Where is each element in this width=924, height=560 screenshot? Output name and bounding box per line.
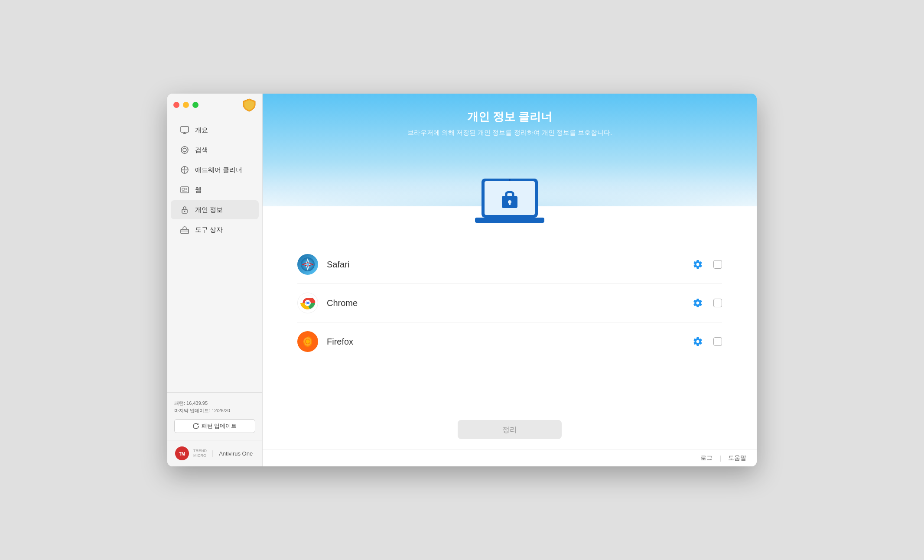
svg-point-32 [509, 179, 511, 181]
svg-rect-16 [182, 188, 185, 190]
privacy-icon [179, 205, 190, 215]
sidebar-item-adware[interactable]: 애드웨어 클리너 [171, 160, 259, 179]
svg-point-21 [184, 211, 185, 212]
safari-label: Safari [327, 260, 682, 270]
divider: | [719, 455, 721, 462]
titlebar [167, 94, 262, 116]
trend-micro-logo: TM [174, 446, 190, 461]
sidebar-item-overview[interactable]: 개요 [171, 120, 259, 140]
log-link[interactable]: 로그 [700, 454, 713, 462]
maximize-button[interactable] [192, 102, 198, 108]
sidebar-item-label: 도구 상자 [195, 226, 223, 234]
browser-list: Safari [263, 206, 757, 411]
firefox-icon [297, 331, 318, 352]
update-date: 마지막 업데이트: 12/28/20 [174, 407, 255, 415]
svg-point-10 [184, 169, 185, 171]
svg-rect-22 [181, 229, 189, 234]
header-area: 개인 정보 클리너 브라우저에 의해 저장된 개인 정보를 정리하여 개인 정보… [263, 94, 757, 206]
sidebar-item-privacy[interactable]: 개인 정보 [171, 200, 259, 219]
svg-point-43 [306, 302, 309, 304]
web-icon [179, 185, 190, 195]
app-logo [242, 98, 256, 112]
browser-row-firefox: Firefox [297, 322, 722, 361]
firefox-checkbox[interactable] [713, 337, 722, 346]
close-button[interactable] [173, 102, 179, 108]
sidebar-item-label: 개인 정보 [195, 206, 223, 214]
sidebar-item-toolbox[interactable]: 도구 상자 [171, 220, 259, 239]
sidebar-item-label: 웹 [195, 186, 202, 194]
refresh-icon [193, 423, 199, 429]
help-link[interactable]: 도움말 [728, 454, 746, 462]
sidebar-item-web[interactable]: 웹 [171, 180, 259, 199]
main-window: 개요 검색 [167, 94, 757, 466]
safari-checkbox[interactable] [713, 260, 722, 269]
brand-name: Antivirus One [219, 450, 253, 457]
firefox-label: Firefox [327, 337, 682, 347]
page-title: 개인 정보 클리너 [467, 109, 552, 124]
browser-row-safari: Safari [297, 245, 722, 284]
browser-row-chrome: Chrome [297, 284, 722, 322]
safari-settings-button[interactable] [691, 257, 705, 271]
overview-icon [179, 125, 190, 135]
chrome-checkbox[interactable] [713, 299, 722, 307]
svg-rect-0 [181, 127, 189, 132]
laptop-lock-icon [475, 179, 544, 231]
brand-footer: TM TREND MICRO | Antivirus One [167, 440, 262, 466]
toolbox-icon [179, 225, 190, 235]
nav-items: 개요 검색 [167, 116, 262, 392]
sidebar-item-scan[interactable]: 검색 [171, 140, 259, 160]
page-subtitle: 브라우저에 의해 저장된 개인 정보를 정리하여 개인 정보를 보호합니다. [407, 129, 612, 137]
sidebar-item-label: 애드웨어 클리너 [195, 166, 242, 174]
sidebar-footer: 패턴: 16,439.95 마지막 업데이트: 12/28/20 패턴 업데이트 [167, 392, 262, 440]
svg-point-3 [181, 147, 188, 153]
sidebar-item-label: 개요 [195, 126, 208, 134]
clean-btn-area: 정리 [263, 411, 757, 449]
chrome-icon [297, 293, 318, 313]
hero-image [475, 179, 544, 232]
svg-rect-30 [509, 202, 511, 205]
svg-point-47 [306, 339, 310, 344]
firefox-settings-button[interactable] [691, 335, 705, 348]
clean-button[interactable]: 정리 [458, 420, 562, 439]
svg-point-4 [183, 148, 186, 152]
main-content: 개인 정보 클리너 브라우저에 의해 저장된 개인 정보를 정리하여 개인 정보… [263, 94, 757, 466]
bottom-bar: 로그 | 도움말 [263, 449, 757, 466]
svg-rect-31 [475, 218, 544, 223]
safari-icon [297, 254, 318, 275]
update-btn-label: 패턴 업데이트 [202, 422, 237, 430]
scan-icon [179, 145, 190, 155]
adware-icon [179, 165, 190, 175]
chrome-label: Chrome [327, 298, 682, 308]
sidebar-item-label: 검색 [195, 146, 208, 154]
version-info: 패턴: 16,439.95 마지막 업데이트: 12/28/20 [174, 400, 255, 415]
version-label: 패턴: 16,439.95 [174, 400, 255, 407]
chrome-settings-button[interactable] [691, 296, 705, 310]
sidebar: 개요 검색 [167, 94, 263, 466]
minimize-button[interactable] [183, 102, 189, 108]
svg-text:TM: TM [179, 452, 185, 456]
update-button[interactable]: 패턴 업데이트 [174, 419, 255, 433]
